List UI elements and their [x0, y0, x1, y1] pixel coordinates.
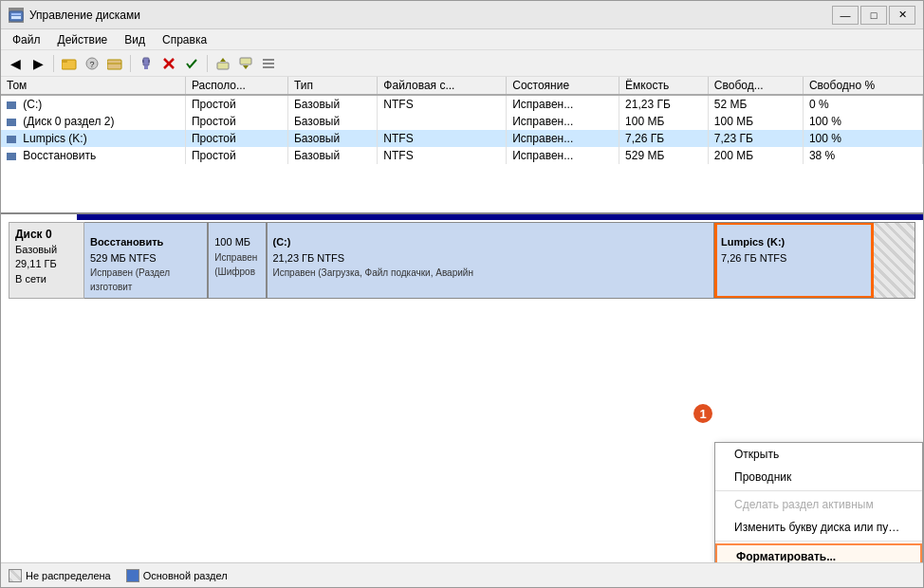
cell-status: Исправен...	[507, 130, 619, 147]
cell-status: Исправен...	[507, 147, 619, 164]
part-status-recover: Исправен (Раздел изготовит	[90, 266, 201, 294]
legend-unallocated: Не распределена	[9, 569, 111, 582]
toolbar-forward[interactable]: ▶	[28, 53, 48, 74]
svg-rect-20	[263, 63, 274, 64]
badge-1: 1	[692, 402, 714, 425]
svg-marker-18	[243, 65, 249, 69]
menu-file[interactable]: Файл	[5, 31, 48, 48]
cell-freepct: 38 %	[803, 147, 922, 164]
toolbar-import[interactable]	[235, 53, 256, 74]
col-location[interactable]: Располо...	[185, 77, 287, 95]
cell-type: Базовый	[287, 95, 377, 113]
cell-location: Простой	[185, 95, 287, 113]
cell-free: 7,23 ГБ	[708, 130, 803, 147]
toolbar-delete[interactable]	[158, 53, 179, 74]
legend-label-unallocated: Не распределена	[26, 570, 111, 581]
cell-vol: (Диск 0 раздел 2)	[1, 113, 185, 130]
svg-rect-1	[11, 13, 21, 15]
toolbar-plug[interactable]	[136, 53, 157, 74]
disk-type: Базовый	[15, 243, 78, 257]
ctx-format[interactable]: Форматировать...	[715, 543, 922, 562]
context-menu: Открыть Проводник Сделать раздел активны…	[714, 442, 923, 562]
col-status[interactable]: Состояние	[507, 77, 619, 95]
cell-fs	[378, 113, 507, 130]
col-freepct[interactable]: Свободно %	[803, 77, 922, 95]
disk-label: Диск 0 Базовый 29,11 ГБ В сети	[9, 222, 84, 299]
col-type[interactable]: Тип	[287, 77, 377, 95]
legend-color-primary	[126, 569, 139, 582]
table-row[interactable]: Восстановить Простой Базовый NTFS Исправ…	[1, 147, 923, 164]
legend-label-primary: Основной раздел	[143, 570, 228, 581]
partition-recover[interactable]: Восстановить 529 МБ NTFS Исправен (Разде…	[84, 223, 209, 298]
svg-rect-4	[62, 60, 67, 63]
svg-text:?: ?	[89, 60, 94, 69]
svg-marker-16	[220, 58, 226, 62]
table-row[interactable]: (Диск 0 раздел 2) Простой Базовый Исправ…	[1, 113, 923, 130]
partition-lumpics[interactable]: Lumpics (K:) 7,26 ГБ NTFS	[715, 223, 873, 298]
disk-status: В сети	[15, 272, 78, 286]
cell-capacity: 21,23 ГБ	[619, 95, 709, 113]
ctx-open[interactable]: Открыть	[715, 443, 922, 466]
disk-partitions: Восстановить 529 МБ NTFS Исправен (Разде…	[84, 222, 915, 299]
svg-rect-21	[263, 66, 274, 68]
toolbar-export[interactable]	[213, 53, 233, 74]
svg-rect-17	[240, 58, 251, 64]
col-capacity[interactable]: Ёмкость	[619, 77, 709, 95]
part-size-recover: 529 МБ NTFS	[90, 250, 201, 266]
cell-type: Базовый	[287, 113, 377, 130]
table-row[interactable]: (C:) Простой Базовый NTFS Исправен... 21…	[1, 95, 923, 113]
maximize-button[interactable]: □	[860, 6, 887, 25]
ctx-change-letter[interactable]: Изменить букву диска или путь к дис	[715, 516, 922, 539]
part-status-c: Исправен (Загрузка, Файл подкачки, Авари…	[273, 266, 709, 280]
window-title: Управление дисками	[29, 9, 832, 22]
partition-100mb[interactable]: 100 МБ Исправен (Шифров	[209, 223, 267, 298]
toolbar-help[interactable]: ?	[82, 53, 102, 74]
legend-color-unallocated	[9, 569, 22, 582]
partition-unallocated[interactable]	[873, 223, 915, 298]
cell-type: Базовый	[287, 147, 377, 164]
svg-rect-19	[263, 59, 274, 61]
part-name-c: (C:)	[273, 234, 709, 250]
ctx-set-active: Сделать раздел активным	[715, 493, 922, 516]
part-size-100mb: 100 МБ	[214, 234, 259, 250]
cell-capacity: 100 МБ	[619, 113, 709, 130]
ctx-sep-2	[715, 541, 922, 542]
menu-bar: Файл Действие Вид Справка	[1, 29, 923, 50]
disk-table-area: Том Располо... Тип Файловая с... Состоян…	[1, 77, 923, 214]
svg-rect-12	[144, 65, 148, 69]
menu-view[interactable]: Вид	[117, 31, 153, 48]
toolbar-folder[interactable]	[59, 53, 80, 74]
toolbar-sep-2	[130, 55, 131, 72]
ctx-explorer[interactable]: Проводник	[715, 466, 922, 488]
menu-help[interactable]: Справка	[155, 31, 214, 48]
col-free[interactable]: Свобод...	[708, 77, 803, 95]
cell-location: Простой	[185, 130, 287, 147]
toolbar-back[interactable]: ◀	[5, 53, 26, 74]
cell-status: Исправен...	[507, 95, 619, 113]
disk-table: Том Располо... Тип Файловая с... Состоян…	[1, 77, 923, 164]
cell-status: Исправен...	[507, 113, 619, 130]
toolbar-view[interactable]	[258, 53, 279, 74]
cell-free: 52 МБ	[708, 95, 803, 113]
cell-vol: Восстановить	[1, 147, 185, 164]
close-button[interactable]: ✕	[889, 6, 915, 25]
disk-graphic-area: Диск 0 Базовый 29,11 ГБ В сети Восстанов…	[1, 214, 923, 562]
ctx-sep-1	[715, 490, 922, 491]
menu-action[interactable]: Действие	[50, 31, 116, 48]
svg-rect-15	[217, 63, 229, 69]
main-window: Управление дисками — □ ✕ Файл Действие В…	[0, 0, 924, 588]
part-size-lumpics: 7,26 ГБ NTFS	[721, 250, 865, 266]
toolbar-folder2[interactable]	[104, 53, 125, 74]
minimize-button[interactable]: —	[832, 6, 859, 25]
table-row[interactable]: Lumpics (K:) Простой Базовый NTFS Исправ…	[1, 130, 923, 147]
legend-bar: Не распределена Основной раздел	[1, 562, 923, 587]
toolbar-check[interactable]	[181, 53, 202, 74]
cell-free: 100 МБ	[708, 113, 803, 130]
toolbar-sep-1	[53, 55, 54, 72]
partition-c[interactable]: (C:) 21,23 ГБ NTFS Исправен (Загрузка, Ф…	[268, 223, 716, 298]
cell-freepct: 100 %	[803, 113, 922, 130]
window-icon	[9, 8, 24, 23]
cell-type: Базовый	[287, 130, 377, 147]
col-vol[interactable]: Том	[1, 77, 185, 95]
col-fs[interactable]: Файловая с...	[378, 77, 507, 95]
